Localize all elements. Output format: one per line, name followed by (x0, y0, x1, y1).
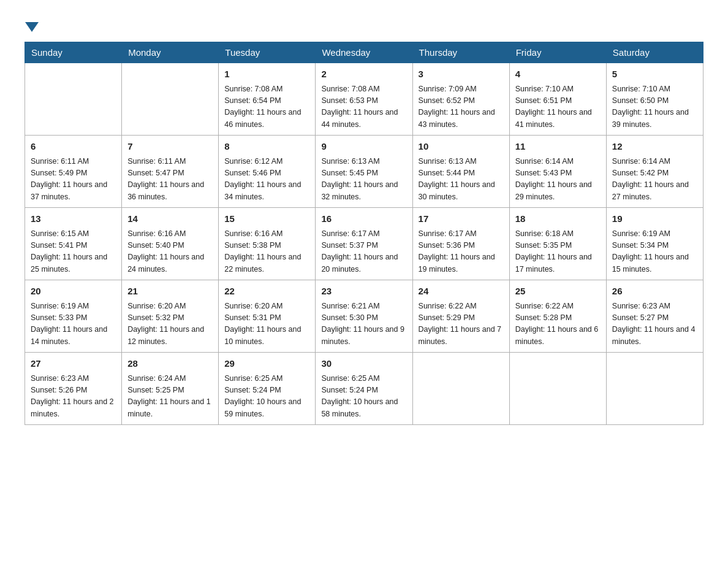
calendar-cell: 29Sunrise: 6:25 AMSunset: 5:24 PMDayligh… (219, 353, 316, 425)
weekday-header-thursday: Thursday (412, 42, 509, 63)
day-number: 10 (419, 140, 504, 154)
day-info: Sunrise: 6:13 AMSunset: 5:44 PMDaylight:… (419, 156, 504, 204)
day-number: 4 (515, 67, 601, 82)
calendar-cell: 21Sunrise: 6:20 AMSunset: 5:32 PMDayligh… (122, 280, 219, 353)
day-number: 22 (224, 285, 309, 299)
calendar-week-2: 6Sunrise: 6:11 AMSunset: 5:49 PMDaylight… (25, 136, 703, 208)
day-info: Sunrise: 7:08 AMSunset: 6:54 PMDaylight:… (224, 83, 309, 131)
day-number: 20 (31, 285, 116, 299)
day-info: Sunrise: 6:17 AMSunset: 5:37 PMDaylight:… (321, 228, 406, 276)
weekday-header-wednesday: Wednesday (316, 42, 412, 63)
calendar-week-3: 13Sunrise: 6:15 AMSunset: 5:41 PMDayligh… (25, 208, 703, 280)
day-number: 19 (612, 212, 697, 226)
calendar-cell: 16Sunrise: 6:17 AMSunset: 5:37 PMDayligh… (316, 208, 412, 280)
day-info: Sunrise: 6:12 AMSunset: 5:46 PMDaylight:… (224, 156, 309, 204)
day-info: Sunrise: 6:14 AMSunset: 5:43 PMDaylight:… (515, 156, 601, 204)
day-number: 11 (515, 140, 601, 154)
day-number: 2 (321, 67, 406, 82)
day-info: Sunrise: 6:19 AMSunset: 5:34 PMDaylight:… (612, 228, 697, 276)
calendar-cell: 2Sunrise: 7:08 AMSunset: 6:53 PMDaylight… (316, 63, 412, 136)
calendar-cell: 5Sunrise: 7:10 AMSunset: 6:50 PMDaylight… (606, 63, 703, 136)
weekday-header-sunday: Sunday (25, 42, 122, 63)
logo-triangle-icon (25, 20, 39, 33)
day-info: Sunrise: 7:08 AMSunset: 6:53 PMDaylight:… (321, 83, 406, 131)
day-number: 5 (612, 67, 697, 82)
calendar-cell: 9Sunrise: 6:13 AMSunset: 5:45 PMDaylight… (316, 136, 412, 208)
calendar-cell (606, 353, 703, 425)
calendar-cell (25, 63, 122, 136)
calendar-cell: 13Sunrise: 6:15 AMSunset: 5:41 PMDayligh… (25, 208, 122, 280)
day-number: 18 (515, 212, 601, 226)
calendar-cell: 3Sunrise: 7:09 AMSunset: 6:52 PMDaylight… (412, 63, 509, 136)
day-number: 12 (612, 140, 697, 154)
calendar-cell: 30Sunrise: 6:25 AMSunset: 5:24 PMDayligh… (316, 353, 412, 425)
day-number: 25 (515, 285, 601, 299)
calendar-cell: 15Sunrise: 6:16 AMSunset: 5:38 PMDayligh… (219, 208, 316, 280)
calendar-cell: 24Sunrise: 6:22 AMSunset: 5:29 PMDayligh… (412, 280, 509, 353)
calendar-cell: 6Sunrise: 6:11 AMSunset: 5:49 PMDaylight… (25, 136, 122, 208)
calendar-cell: 17Sunrise: 6:17 AMSunset: 5:36 PMDayligh… (412, 208, 509, 280)
logo (25, 18, 39, 29)
day-info: Sunrise: 6:11 AMSunset: 5:47 PMDaylight:… (127, 156, 213, 204)
day-info: Sunrise: 6:13 AMSunset: 5:45 PMDaylight:… (321, 156, 406, 204)
calendar-week-1: 1Sunrise: 7:08 AMSunset: 6:54 PMDaylight… (25, 63, 703, 136)
day-number: 30 (321, 357, 406, 371)
calendar-cell: 27Sunrise: 6:23 AMSunset: 5:26 PMDayligh… (25, 353, 122, 425)
day-info: Sunrise: 7:10 AMSunset: 6:50 PMDaylight:… (612, 83, 697, 131)
day-number: 6 (31, 140, 116, 154)
day-info: Sunrise: 6:22 AMSunset: 5:29 PMDaylight:… (419, 301, 504, 348)
day-info: Sunrise: 6:24 AMSunset: 5:25 PMDaylight:… (127, 373, 213, 421)
weekday-header-tuesday: Tuesday (219, 42, 316, 63)
weekday-header-friday: Friday (509, 42, 606, 63)
calendar-cell: 19Sunrise: 6:19 AMSunset: 5:34 PMDayligh… (606, 208, 703, 280)
calendar-cell: 20Sunrise: 6:19 AMSunset: 5:33 PMDayligh… (25, 280, 122, 353)
calendar-cell: 28Sunrise: 6:24 AMSunset: 5:25 PMDayligh… (122, 353, 219, 425)
day-info: Sunrise: 7:09 AMSunset: 6:52 PMDaylight:… (419, 83, 504, 131)
day-number: 15 (224, 212, 309, 226)
day-number: 23 (321, 285, 406, 299)
day-number: 16 (321, 212, 406, 226)
calendar-cell: 12Sunrise: 6:14 AMSunset: 5:42 PMDayligh… (606, 136, 703, 208)
day-info: Sunrise: 6:20 AMSunset: 5:31 PMDaylight:… (224, 301, 309, 348)
day-number: 3 (419, 67, 504, 82)
page-header (25, 18, 703, 29)
day-number: 29 (224, 357, 309, 371)
day-number: 9 (321, 140, 406, 154)
day-info: Sunrise: 6:21 AMSunset: 5:30 PMDaylight:… (321, 301, 406, 348)
day-info: Sunrise: 6:11 AMSunset: 5:49 PMDaylight:… (31, 156, 116, 204)
day-info: Sunrise: 6:16 AMSunset: 5:38 PMDaylight:… (224, 228, 309, 276)
day-number: 8 (224, 140, 309, 154)
day-info: Sunrise: 6:23 AMSunset: 5:26 PMDaylight:… (31, 373, 116, 421)
day-info: Sunrise: 6:15 AMSunset: 5:41 PMDaylight:… (31, 228, 116, 276)
calendar-cell (509, 353, 606, 425)
calendar-cell: 8Sunrise: 6:12 AMSunset: 5:46 PMDaylight… (219, 136, 316, 208)
calendar-header-row: SundayMondayTuesdayWednesdayThursdayFrid… (25, 42, 703, 63)
day-number: 21 (127, 285, 213, 299)
weekday-header-saturday: Saturday (606, 42, 703, 63)
day-number: 13 (31, 212, 116, 226)
calendar-cell: 26Sunrise: 6:23 AMSunset: 5:27 PMDayligh… (606, 280, 703, 353)
day-number: 7 (127, 140, 213, 154)
calendar-week-4: 20Sunrise: 6:19 AMSunset: 5:33 PMDayligh… (25, 280, 703, 353)
calendar-cell: 18Sunrise: 6:18 AMSunset: 5:35 PMDayligh… (509, 208, 606, 280)
day-info: Sunrise: 6:14 AMSunset: 5:42 PMDaylight:… (612, 156, 697, 204)
day-number: 14 (127, 212, 213, 226)
day-info: Sunrise: 6:23 AMSunset: 5:27 PMDaylight:… (612, 301, 697, 348)
day-info: Sunrise: 6:20 AMSunset: 5:32 PMDaylight:… (127, 301, 213, 348)
calendar-cell: 11Sunrise: 6:14 AMSunset: 5:43 PMDayligh… (509, 136, 606, 208)
calendar-cell: 25Sunrise: 6:22 AMSunset: 5:28 PMDayligh… (509, 280, 606, 353)
day-number: 1 (224, 67, 309, 82)
weekday-header-monday: Monday (122, 42, 219, 63)
day-info: Sunrise: 6:16 AMSunset: 5:40 PMDaylight:… (127, 228, 213, 276)
calendar-table: SundayMondayTuesdayWednesdayThursdayFrid… (25, 42, 703, 425)
day-number: 28 (127, 357, 213, 371)
day-info: Sunrise: 7:10 AMSunset: 6:51 PMDaylight:… (515, 83, 601, 131)
day-info: Sunrise: 6:19 AMSunset: 5:33 PMDaylight:… (31, 301, 116, 348)
calendar-cell: 22Sunrise: 6:20 AMSunset: 5:31 PMDayligh… (219, 280, 316, 353)
day-info: Sunrise: 6:18 AMSunset: 5:35 PMDaylight:… (515, 228, 601, 276)
calendar-week-5: 27Sunrise: 6:23 AMSunset: 5:26 PMDayligh… (25, 353, 703, 425)
day-info: Sunrise: 6:17 AMSunset: 5:36 PMDaylight:… (419, 228, 504, 276)
svg-marker-0 (25, 22, 39, 32)
calendar-cell (412, 353, 509, 425)
calendar-cell: 14Sunrise: 6:16 AMSunset: 5:40 PMDayligh… (122, 208, 219, 280)
